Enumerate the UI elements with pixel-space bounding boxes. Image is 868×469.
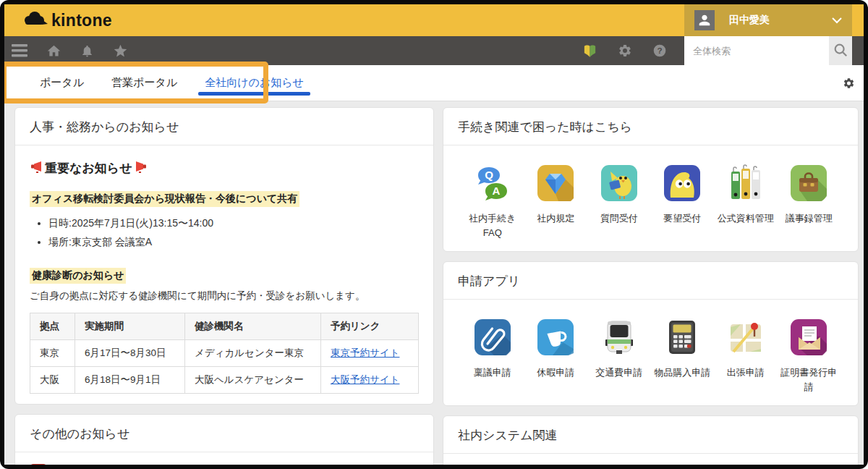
request-panel-title: 申請アプリ: [443, 262, 858, 300]
hr-panel-title: 人事・総務からのお知らせ: [15, 108, 433, 145]
important-notice-heading: 重要なお知らせ: [30, 160, 419, 177]
app-internal-procedures-faq[interactable]: Q A 社内手続き FAQ: [461, 164, 524, 240]
app-vacation-request[interactable]: 休暇申請: [524, 318, 588, 394]
portal-settings-gear-icon[interactable]: [843, 77, 855, 89]
chevron-down-icon: [832, 14, 842, 27]
chick-laptop-icon: [600, 164, 638, 205]
systems-panel-title: 社内システム関連: [443, 416, 858, 454]
health-checkup-title: 健康診断のお知らせ: [30, 268, 126, 284]
home-icon[interactable]: [46, 43, 61, 59]
tab-company-announcements[interactable]: 全社向けのお知らせ: [191, 65, 318, 101]
health-checkup-table: 拠点 実施期間 健診機関名 予約リンク 東京 6月17日〜8月30日 メディカル…: [30, 313, 419, 394]
binders-icon: [727, 164, 765, 205]
meeting-datetime: 日時:2025年7月1日(火)13:15〜14:00: [48, 214, 419, 233]
svg-text:?: ?: [657, 46, 662, 55]
hr-panel-body: 重要なお知らせ オフィス移転検討委員会から現状報告・今後について共有 日時:20…: [15, 145, 433, 404]
coffee-cup-icon: [537, 318, 574, 359]
app-ringi-request[interactable]: 稟議申請: [461, 318, 524, 394]
search-input[interactable]: [684, 36, 829, 65]
tokyo-reservation-link[interactable]: 東京予約サイト: [331, 347, 399, 358]
user-avatar: [694, 10, 715, 30]
procedures-panel-title: 手続き関連で困った時はこちら: [443, 108, 858, 145]
col-organization: 健診機関名: [185, 313, 321, 339]
app-internal-rules[interactable]: 社内規定: [524, 164, 588, 240]
internal-systems-panel: 社内システム関連 社内システム FAQ: [443, 415, 859, 465]
nav-right-icons: ?: [582, 43, 667, 59]
bird-face-icon: [663, 164, 701, 205]
procedures-app-grid: Q A 社内手続き FAQ: [443, 145, 858, 251]
tab-sales-portal[interactable]: 営業ポータル: [98, 65, 191, 101]
app-meeting-minutes[interactable]: 議事録管理: [778, 164, 841, 240]
osaka-reservation-link[interactable]: 大阪予約サイト: [331, 374, 399, 385]
other-panel-title: その他のお知らせ: [15, 415, 433, 452]
bell-icon[interactable]: [80, 43, 94, 59]
kintone-logo[interactable]: kintone: [22, 9, 112, 31]
app-question-desk[interactable]: 質問受付: [587, 164, 651, 240]
right-column: 手続き関連で困った時はこちら Q A 社内手続き FAQ: [443, 107, 859, 465]
table-header-row: 拠点 実施期間 健診機関名 予約リンク: [30, 313, 419, 339]
nav-bar: ?: [4, 36, 864, 65]
other-announcements-panel: その他のお知らせ お知らせ配信: 配信一覧 1 - 3(3件中): [14, 414, 434, 465]
meeting-place: 場所:東京支部 会議室A: [48, 233, 419, 252]
svg-text:A: A: [492, 185, 500, 197]
office-relocation-title: オフィス移転検討委員会から現状報告・今後について共有: [30, 191, 299, 207]
health-checkup-note: ご自身の拠点に対応する健診機関にて期間内に予約・受診をお願いします。: [30, 290, 419, 303]
kintone-cloud-icon: [22, 9, 48, 31]
diamond-icon: [537, 164, 574, 205]
app-purchase-request[interactable]: 物品購入申請: [651, 318, 715, 394]
col-period: 実施期間: [75, 313, 185, 339]
search-icon: [833, 42, 848, 60]
request-apps-panel: 申請アプリ 稟議申請: [443, 261, 859, 406]
app-certificate-issue-request[interactable]: 証明書発行申請: [778, 318, 841, 394]
app-official-documents[interactable]: 公式資料管理: [714, 164, 778, 240]
paperclip-icon: [474, 318, 511, 359]
nav-left-icons: [12, 43, 128, 59]
request-app-grid: 稟議申請: [443, 300, 858, 405]
beginner-mark-icon[interactable]: [582, 43, 597, 59]
header-bar: kintone 田中愛美: [4, 4, 864, 36]
portal-content: 人事・総務からのお知らせ 重要なお知らせ オフィス移転検討委員会から現状報告・今…: [4, 101, 864, 465]
gear-icon[interactable]: [618, 43, 632, 58]
systems-panel-body: 社内システム FAQ IT相談窓口: [443, 454, 858, 465]
svg-text:Q: Q: [485, 169, 493, 181]
office-relocation-details: 日時:2025年7月1日(火)13:15〜14:00 場所:東京支部 会議室A: [35, 214, 419, 252]
app-request-desk[interactable]: 要望受付: [651, 164, 715, 240]
app-business-trip-request[interactable]: 出張申請: [714, 318, 778, 394]
link-internal-system-faq[interactable]: 社内システム FAQ: [461, 462, 841, 465]
kintone-window: kintone 田中愛美: [4, 4, 864, 465]
calculator-icon: [663, 318, 701, 359]
briefcase-icon: [790, 164, 827, 205]
map-pin-icon: [727, 318, 765, 359]
procedures-panel: 手続き関連で困った時はこちら Q A 社内手続き FAQ: [443, 107, 859, 252]
table-row: 大阪 6月18日〜9月1日 大阪ヘルスケアセンター 大阪予約サイト: [30, 366, 419, 393]
app-transport-expense-request[interactable]: 交通費申請: [587, 318, 651, 394]
announcement-delivery-app-icon: [30, 464, 47, 465]
hamburger-menu-icon[interactable]: [12, 44, 27, 57]
megaphone-icon: [30, 160, 43, 177]
hr-announcements-panel: 人事・総務からのお知らせ 重要なお知らせ オフィス移転検討委員会から現状報告・今…: [14, 107, 434, 405]
table-row: 東京 6月17日〜8月30日 メディカルセンター東京 東京予約サイト: [30, 339, 419, 366]
kintone-logo-text: kintone: [51, 11, 112, 30]
portal-tab-bar: ポータル 営業ポータル 全社向けのお知らせ: [4, 65, 864, 101]
user-name: 田中愛美: [729, 14, 770, 27]
tab-portal[interactable]: ポータル: [26, 65, 98, 101]
global-search: [684, 36, 852, 65]
user-menu[interactable]: 田中愛美: [684, 4, 852, 36]
help-icon[interactable]: ?: [652, 43, 667, 58]
announcement-app-row: お知らせ配信: 配信一覧: [30, 464, 419, 465]
search-button[interactable]: [829, 36, 852, 65]
envelope-icon: [790, 318, 827, 359]
col-reservation-link: 予約リンク: [321, 313, 419, 339]
screenshot-frame: kintone 田中愛美: [0, 0, 868, 469]
megaphone-icon: [135, 160, 148, 177]
qa-bubbles-icon: Q A: [474, 164, 511, 205]
left-column: 人事・総務からのお知らせ 重要なお知らせ オフィス移転検討委員会から現状報告・今…: [14, 107, 434, 465]
other-panel-body: お知らせ配信: 配信一覧 1 - 3(3件中) 作成日時 作成者 カテゴリ タイ…: [15, 452, 433, 465]
col-site: 拠点: [30, 313, 75, 339]
portal-tabs: ポータル 営業ポータル 全社向けのお知らせ: [26, 65, 318, 101]
star-icon[interactable]: [113, 43, 128, 59]
train-icon: [600, 318, 638, 359]
